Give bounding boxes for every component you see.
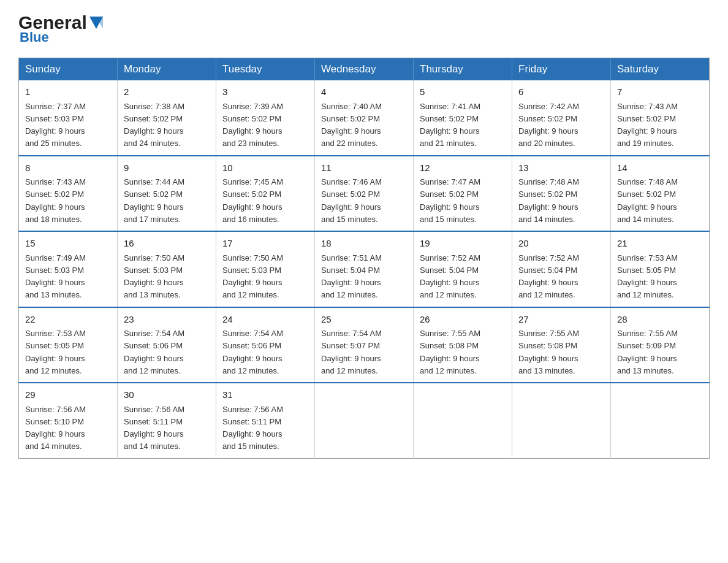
day-number: 4 xyxy=(321,85,407,99)
table-row xyxy=(512,383,611,458)
day-number: 23 xyxy=(124,313,210,327)
table-row: 3 Sunrise: 7:39 AMSunset: 5:02 PMDayligh… xyxy=(216,80,315,156)
day-info: Sunrise: 7:40 AMSunset: 5:02 PMDaylight:… xyxy=(321,102,382,148)
table-row: 28 Sunrise: 7:55 AMSunset: 5:09 PMDaylig… xyxy=(611,307,710,383)
day-number: 12 xyxy=(420,161,506,175)
day-number: 24 xyxy=(222,313,308,327)
day-info: Sunrise: 7:54 AMSunset: 5:06 PMDaylight:… xyxy=(222,329,283,375)
col-monday: Monday xyxy=(118,58,216,81)
table-row xyxy=(315,383,414,458)
day-info: Sunrise: 7:45 AMSunset: 5:02 PMDaylight:… xyxy=(222,177,283,224)
logo: General Blue xyxy=(18,12,104,45)
table-row xyxy=(611,383,710,458)
day-info: Sunrise: 7:52 AMSunset: 5:04 PMDaylight:… xyxy=(518,253,579,300)
col-friday: Friday xyxy=(512,58,611,81)
day-info: Sunrise: 7:46 AMSunset: 5:02 PMDaylight:… xyxy=(321,177,382,224)
table-row xyxy=(414,383,512,458)
day-info: Sunrise: 7:49 AMSunset: 5:03 PMDaylight:… xyxy=(25,253,86,300)
calendar-week-row: 1 Sunrise: 7:37 AMSunset: 5:03 PMDayligh… xyxy=(19,80,710,156)
table-row: 30 Sunrise: 7:56 AMSunset: 5:11 PMDaylig… xyxy=(118,383,216,458)
day-number: 14 xyxy=(617,161,703,175)
day-info: Sunrise: 7:50 AMSunset: 5:03 PMDaylight:… xyxy=(124,253,184,300)
page-header: General Blue xyxy=(18,12,710,45)
table-row: 9 Sunrise: 7:44 AMSunset: 5:02 PMDayligh… xyxy=(118,156,216,232)
table-row: 24 Sunrise: 7:54 AMSunset: 5:06 PMDaylig… xyxy=(216,307,315,383)
day-number: 11 xyxy=(321,161,407,175)
table-row: 21 Sunrise: 7:53 AMSunset: 5:05 PMDaylig… xyxy=(611,231,710,307)
calendar-week-row: 8 Sunrise: 7:43 AMSunset: 5:02 PMDayligh… xyxy=(19,156,710,232)
table-row: 10 Sunrise: 7:45 AMSunset: 5:02 PMDaylig… xyxy=(216,156,315,232)
day-number: 7 xyxy=(617,85,703,99)
table-row: 13 Sunrise: 7:48 AMSunset: 5:02 PMDaylig… xyxy=(512,156,611,232)
day-info: Sunrise: 7:42 AMSunset: 5:02 PMDaylight:… xyxy=(518,102,579,148)
day-number: 19 xyxy=(420,237,506,251)
day-number: 30 xyxy=(124,388,210,402)
table-row: 17 Sunrise: 7:50 AMSunset: 5:03 PMDaylig… xyxy=(216,231,315,307)
day-number: 31 xyxy=(222,388,308,402)
day-info: Sunrise: 7:39 AMSunset: 5:02 PMDaylight:… xyxy=(222,102,283,148)
day-info: Sunrise: 7:51 AMSunset: 5:04 PMDaylight:… xyxy=(321,253,382,300)
calendar-week-row: 15 Sunrise: 7:49 AMSunset: 5:03 PMDaylig… xyxy=(19,231,710,307)
table-row: 31 Sunrise: 7:56 AMSunset: 5:11 PMDaylig… xyxy=(216,383,315,458)
day-info: Sunrise: 7:50 AMSunset: 5:03 PMDaylight:… xyxy=(222,253,283,300)
table-row: 7 Sunrise: 7:43 AMSunset: 5:02 PMDayligh… xyxy=(611,80,710,156)
table-row: 29 Sunrise: 7:56 AMSunset: 5:10 PMDaylig… xyxy=(19,383,118,458)
day-info: Sunrise: 7:41 AMSunset: 5:02 PMDaylight:… xyxy=(420,102,480,148)
col-sunday: Sunday xyxy=(19,58,118,81)
table-row: 18 Sunrise: 7:51 AMSunset: 5:04 PMDaylig… xyxy=(315,231,414,307)
table-row: 8 Sunrise: 7:43 AMSunset: 5:02 PMDayligh… xyxy=(19,156,118,232)
table-row: 2 Sunrise: 7:38 AMSunset: 5:02 PMDayligh… xyxy=(118,80,216,156)
day-number: 21 xyxy=(617,237,703,251)
day-number: 6 xyxy=(518,85,604,99)
day-number: 1 xyxy=(25,85,111,99)
day-number: 25 xyxy=(321,313,407,327)
day-info: Sunrise: 7:54 AMSunset: 5:06 PMDaylight:… xyxy=(124,329,184,375)
day-info: Sunrise: 7:54 AMSunset: 5:07 PMDaylight:… xyxy=(321,329,382,375)
day-info: Sunrise: 7:44 AMSunset: 5:02 PMDaylight:… xyxy=(124,177,184,224)
table-row: 16 Sunrise: 7:50 AMSunset: 5:03 PMDaylig… xyxy=(118,231,216,307)
table-row: 1 Sunrise: 7:37 AMSunset: 5:03 PMDayligh… xyxy=(19,80,118,156)
col-saturday: Saturday xyxy=(611,58,710,81)
day-number: 27 xyxy=(518,313,604,327)
day-number: 17 xyxy=(222,237,308,251)
table-row: 19 Sunrise: 7:52 AMSunset: 5:04 PMDaylig… xyxy=(414,231,512,307)
col-thursday: Thursday xyxy=(414,58,512,81)
table-row: 25 Sunrise: 7:54 AMSunset: 5:07 PMDaylig… xyxy=(315,307,414,383)
table-row: 15 Sunrise: 7:49 AMSunset: 5:03 PMDaylig… xyxy=(19,231,118,307)
day-number: 15 xyxy=(25,237,111,251)
day-number: 28 xyxy=(617,313,703,327)
day-number: 22 xyxy=(25,313,111,327)
day-info: Sunrise: 7:55 AMSunset: 5:09 PMDaylight:… xyxy=(617,329,678,375)
table-row: 22 Sunrise: 7:53 AMSunset: 5:05 PMDaylig… xyxy=(19,307,118,383)
day-info: Sunrise: 7:48 AMSunset: 5:02 PMDaylight:… xyxy=(617,177,678,224)
day-number: 9 xyxy=(124,161,210,175)
table-row: 5 Sunrise: 7:41 AMSunset: 5:02 PMDayligh… xyxy=(414,80,512,156)
table-row: 14 Sunrise: 7:48 AMSunset: 5:02 PMDaylig… xyxy=(611,156,710,232)
table-row: 11 Sunrise: 7:46 AMSunset: 5:02 PMDaylig… xyxy=(315,156,414,232)
table-row: 20 Sunrise: 7:52 AMSunset: 5:04 PMDaylig… xyxy=(512,231,611,307)
table-row: 4 Sunrise: 7:40 AMSunset: 5:02 PMDayligh… xyxy=(315,80,414,156)
day-number: 8 xyxy=(25,161,111,175)
col-wednesday: Wednesday xyxy=(315,58,414,81)
day-info: Sunrise: 7:56 AMSunset: 5:11 PMDaylight:… xyxy=(222,405,283,451)
table-row: 27 Sunrise: 7:55 AMSunset: 5:08 PMDaylig… xyxy=(512,307,611,383)
day-info: Sunrise: 7:55 AMSunset: 5:08 PMDaylight:… xyxy=(518,329,579,375)
day-number: 10 xyxy=(222,161,308,175)
day-info: Sunrise: 7:53 AMSunset: 5:05 PMDaylight:… xyxy=(25,329,86,375)
calendar-week-row: 22 Sunrise: 7:53 AMSunset: 5:05 PMDaylig… xyxy=(19,307,710,383)
day-number: 20 xyxy=(518,237,604,251)
day-info: Sunrise: 7:56 AMSunset: 5:11 PMDaylight:… xyxy=(124,405,184,451)
day-info: Sunrise: 7:48 AMSunset: 5:02 PMDaylight:… xyxy=(518,177,579,224)
calendar-week-row: 29 Sunrise: 7:56 AMSunset: 5:10 PMDaylig… xyxy=(19,383,710,458)
table-row: 6 Sunrise: 7:42 AMSunset: 5:02 PMDayligh… xyxy=(512,80,611,156)
day-number: 3 xyxy=(222,85,308,99)
day-number: 29 xyxy=(25,388,111,402)
day-number: 18 xyxy=(321,237,407,251)
day-number: 5 xyxy=(420,85,506,99)
day-info: Sunrise: 7:38 AMSunset: 5:02 PMDaylight:… xyxy=(124,102,184,148)
col-tuesday: Tuesday xyxy=(216,58,315,81)
table-row: 12 Sunrise: 7:47 AMSunset: 5:02 PMDaylig… xyxy=(414,156,512,232)
day-number: 13 xyxy=(518,161,604,175)
day-info: Sunrise: 7:55 AMSunset: 5:08 PMDaylight:… xyxy=(420,329,480,375)
day-number: 16 xyxy=(124,237,210,251)
